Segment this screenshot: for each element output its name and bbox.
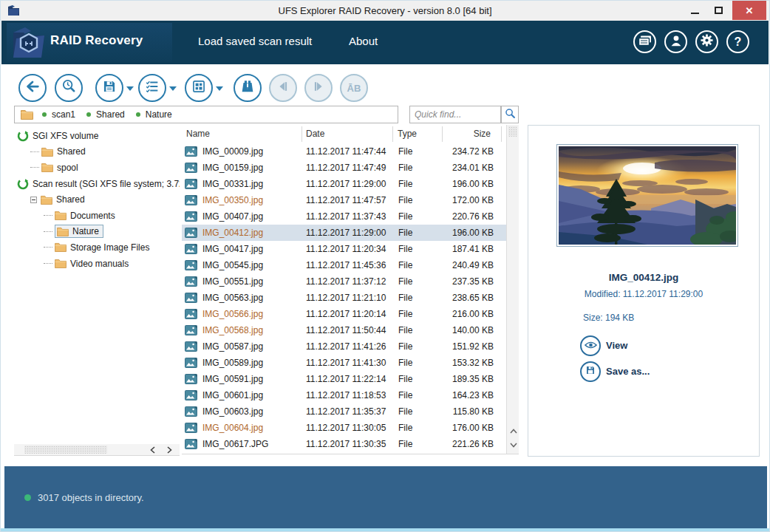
table-row[interactable]: IMG_00350.jpg11.12.2017 11:47:57File172.… — [182, 192, 506, 208]
file-size: 196.00 KB — [442, 179, 501, 189]
file-name-cell: IMG_00350.jpg — [182, 195, 301, 205]
back-button[interactable] — [18, 74, 47, 102]
breadcrumb-item[interactable]: scan1 — [42, 109, 75, 120]
settings-button[interactable] — [695, 30, 718, 53]
tree-item-shared[interactable]: Shared — [14, 144, 180, 160]
folder-icon — [55, 211, 67, 220]
table-row[interactable]: IMG_00589.jpg11.12.2017 11:41:30File153.… — [182, 355, 506, 371]
file-size: 187.41 KB — [442, 244, 501, 254]
table-row[interactable]: IMG_00331.jpg11.12.2017 11:29:00File196.… — [182, 176, 506, 192]
tree-item-documents[interactable]: Documents — [14, 208, 180, 224]
maximize-button[interactable] — [707, 1, 729, 20]
view-button-label[interactable]: View — [606, 340, 627, 351]
file-name-cell: IMG_00159.jpg — [182, 163, 301, 173]
collapse-toggle-icon[interactable] — [30, 197, 37, 203]
close-button[interactable]: ✕ — [732, 1, 766, 20]
table-row[interactable]: IMG_00545.jpg11.12.2017 11:45:36File240.… — [182, 257, 506, 273]
file-name-cell: IMG_00591.jpg — [182, 374, 301, 384]
help-button[interactable]: ? — [726, 30, 749, 53]
tree-item-video-manuals[interactable]: Video manuals — [14, 256, 180, 272]
menu-about[interactable]: About — [349, 35, 378, 47]
file-date: 11.12.2017 11:37:43 — [301, 211, 393, 222]
folder-icon — [57, 227, 69, 236]
grid-view-button[interactable] — [185, 74, 213, 102]
table-row[interactable]: IMG_00009.jpg11.12.2017 11:47:44File234.… — [182, 143, 506, 160]
file-date: 11.12.2017 11:47:44 — [301, 146, 393, 157]
table-row[interactable]: IMG_00587.jpg11.12.2017 11:41:26File151.… — [182, 338, 506, 355]
tree-item-storage-image-files[interactable]: Storage Image Files — [14, 239, 180, 256]
table-row[interactable]: IMG_00617.JPG11.12.2017 11:30:35File221.… — [182, 436, 506, 452]
tree-item-scan-result-sgi-xfs-file-system-3-72-gb[interactable]: Scan result (SGI XFS file system; 3.72 G… — [14, 176, 180, 192]
vertical-scrollbar[interactable] — [506, 125, 519, 454]
table-row[interactable]: IMG_00551.jpg11.12.2017 11:37:12File237.… — [182, 273, 506, 290]
scroll-up-arrow[interactable] — [508, 425, 519, 437]
scroll-left-arrow[interactable] — [147, 445, 157, 454]
tree-item-shared[interactable]: Shared — [14, 191, 180, 208]
save-dropdown-arrow[interactable] — [126, 86, 134, 91]
breadcrumb-label: scan1 — [52, 109, 75, 120]
file-date: 11.12.2017 11:20:34 — [301, 244, 393, 254]
table-row[interactable]: IMG_00568.jpg11.12.2017 11:50:44File140.… — [182, 322, 506, 338]
scan-button[interactable] — [55, 74, 83, 102]
file-name-cell: IMG_00551.jpg — [182, 276, 301, 287]
table-row[interactable]: IMG_00159.jpg11.12.2017 11:47:49File234.… — [182, 160, 506, 176]
save-button[interactable] — [95, 74, 123, 102]
tree-selection-box: Nature — [55, 225, 103, 238]
raid-recovery-logo-icon — [9, 24, 47, 64]
checklist-button[interactable] — [138, 74, 166, 102]
user-button[interactable] — [664, 30, 687, 53]
toolbar: ĀB — [1, 64, 769, 106]
table-row[interactable]: IMG_00566.jpg11.12.2017 11:20:14File216.… — [182, 306, 506, 322]
file-name-cell: IMG_00417.jpg — [182, 244, 301, 254]
table-row[interactable]: IMG_00601.jpg11.12.2017 11:18:53File164.… — [182, 387, 506, 403]
tree-item-sgi-xfs-volume[interactable]: SGI XFS volume — [14, 128, 180, 144]
file-type: File — [393, 374, 442, 384]
table-row[interactable]: IMG_00604.jpg11.12.2017 11:30:05File176.… — [182, 420, 506, 436]
find-button[interactable] — [234, 74, 262, 102]
tree-connector — [30, 151, 39, 152]
table-row[interactable]: IMG_00591.jpg11.12.2017 11:22:14File189.… — [182, 371, 506, 387]
tree-item-label: Shared — [57, 146, 86, 157]
horizontal-scrollbar-thumb[interactable] — [24, 446, 107, 454]
file-date: 11.12.2017 11:47:49 — [301, 163, 393, 173]
file-type: File — [393, 211, 442, 222]
column-header-size[interactable]: Size — [442, 129, 498, 139]
horizontal-scrollbar[interactable] — [14, 444, 180, 455]
save-as-button[interactable] — [580, 361, 601, 382]
file-name-cell: IMG_00601.jpg — [182, 390, 301, 400]
table-row[interactable]: IMG_00407.jpg11.12.2017 11:37:43File220.… — [182, 208, 506, 225]
table-row[interactable]: IMG_00412.jpg11.12.2017 11:29:00File196.… — [182, 225, 506, 241]
breadcrumb-item[interactable]: Nature — [136, 109, 172, 120]
tree-item-spool[interactable]: spool — [14, 160, 180, 176]
file-type: File — [393, 163, 442, 173]
quick-find-search-button[interactable] — [501, 106, 519, 123]
checklist-dropdown-arrow[interactable] — [169, 86, 177, 91]
image-file-icon — [185, 390, 197, 400]
divider — [14, 455, 180, 456]
column-header-date[interactable]: Date — [306, 129, 324, 139]
table-row[interactable]: IMG_00417.jpg11.12.2017 11:20:34File187.… — [182, 241, 506, 257]
table-row[interactable]: IMG_00563.jpg11.12.2017 11:21:10File238.… — [182, 290, 506, 306]
file-type: File — [393, 309, 442, 319]
view-button[interactable] — [580, 335, 601, 356]
file-name-cell: IMG_00589.jpg — [182, 358, 301, 368]
menu-load-saved-scan-result[interactable]: Load saved scan result — [198, 35, 312, 47]
table-row[interactable]: IMG_00603.jpg11.12.2017 11:35:37File115.… — [182, 403, 506, 420]
quick-find-input[interactable] — [409, 106, 501, 123]
file-size: 237.35 KB — [442, 276, 501, 287]
tree-item-nature[interactable]: Nature — [14, 224, 180, 240]
column-header-name[interactable]: Name — [186, 129, 210, 139]
column-header-type[interactable]: Type — [398, 129, 417, 139]
scroll-down-arrow[interactable] — [508, 439, 519, 451]
vertical-scrollbar-thumb[interactable] — [508, 126, 517, 137]
image-file-icon — [185, 276, 197, 287]
save-as-button-label[interactable]: Save as... — [606, 366, 650, 377]
scroll-right-arrow[interactable] — [164, 445, 174, 454]
breadcrumb-item[interactable]: Shared — [86, 109, 125, 120]
minimize-button[interactable] — [684, 1, 706, 20]
file-size: 196.00 KB — [442, 228, 501, 238]
grid-dropdown-arrow[interactable] — [216, 86, 223, 91]
messages-button[interactable] — [633, 30, 656, 53]
bullet-icon — [86, 112, 91, 117]
file-date: 11.12.2017 11:47:57 — [301, 195, 393, 205]
